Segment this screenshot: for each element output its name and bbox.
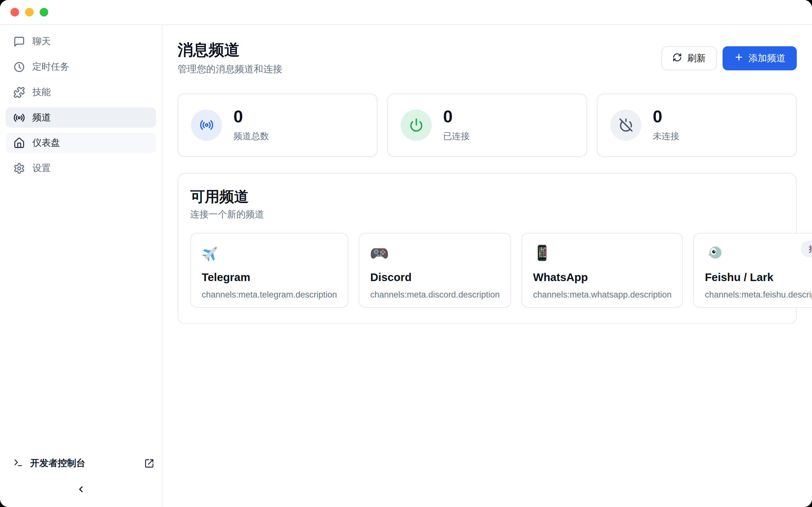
channel-card-telegram[interactable]: Telegramchannels:meta.telegram.descripti… [190, 233, 348, 308]
page-subtitle: 管理您的消息频道和连接 [177, 63, 282, 76]
page-header: 消息频道 管理您的消息频道和连接 刷新 添加频道 [177, 41, 797, 76]
channel-name: WhatsApp [533, 271, 671, 284]
power-icon [401, 110, 432, 141]
page-title: 消息频道 [177, 41, 282, 59]
sidebar-collapse-button[interactable] [0, 480, 162, 500]
channel-name: Feishu / Lark [705, 271, 812, 284]
stats-row: 0频道总数0已连接0未连接 [177, 94, 797, 157]
stat-card-total: 0频道总数 [177, 94, 377, 157]
available-channels-title: 可用频道 [190, 188, 784, 205]
stat-text: 0已连接 [443, 108, 470, 142]
broadcast-icon [191, 110, 222, 141]
home-icon [13, 137, 25, 149]
sidebar-nav: 聊天定时任务技能频道仪表盘设置 [0, 32, 162, 453]
puzzle-icon [13, 87, 25, 98]
stat-value: 0 [653, 108, 679, 125]
stat-value: 0 [234, 108, 269, 125]
add-channel-button-label: 添加频道 [749, 52, 785, 65]
sidebar-item-label: 仪表盘 [32, 136, 60, 149]
zoom-window-button[interactable] [40, 8, 48, 16]
titlebar [0, 0, 812, 25]
channel-description: channels:meta.whatsapp.description [533, 290, 671, 300]
gamepad-emoji [370, 244, 389, 262]
channel-card-feishu[interactable]: 插件Feishu / Larkchannels:meta.feishu.desc… [693, 233, 812, 308]
channel-description: channels:meta.discord.description [370, 290, 500, 300]
close-window-button[interactable] [10, 8, 19, 16]
available-channels-panel: 可用频道 连接一个新的频道 Telegramchannels:meta.tele… [177, 173, 797, 324]
sidebar-item-channels[interactable]: 频道 [6, 107, 156, 128]
page-header-text: 消息频道 管理您的消息频道和连接 [177, 41, 282, 76]
sidebar-item-label: 定时任务 [32, 60, 69, 73]
sidebar-item-label: 频道 [32, 111, 51, 124]
plugin-badge: 插件 [801, 240, 812, 257]
chat-icon [13, 36, 25, 48]
stat-text: 0频道总数 [234, 108, 269, 142]
main-content: 消息频道 管理您的消息频道和连接 刷新 添加频道 0频道总数0已连接0未连接 [162, 25, 812, 507]
broadcast-icon [13, 112, 25, 124]
sidebar-item-dashboard[interactable]: 仪表盘 [6, 133, 156, 153]
header-actions: 刷新 添加频道 [661, 46, 797, 70]
app-body: 聊天定时任务技能频道仪表盘设置 开发者控制台 消息频道 管理您的消息频道和连接 [0, 25, 812, 507]
phone-emoji [533, 244, 551, 262]
sidebar-item-label: 技能 [32, 86, 51, 99]
refresh-button-label: 刷新 [687, 52, 706, 65]
power-off-icon [610, 110, 641, 141]
channel-description: channels:meta.telegram.description [202, 290, 337, 300]
stat-card-disconnected: 0未连接 [597, 94, 797, 157]
channel-grid: Telegramchannels:meta.telegram.descripti… [190, 233, 784, 308]
channel-description: channels:meta.feishu.description [705, 290, 812, 300]
terminal-icon [13, 458, 23, 469]
channel-card-whatsapp[interactable]: WhatsAppchannels:meta.whatsapp.descripti… [521, 233, 683, 308]
stat-value: 0 [443, 108, 470, 125]
sidebar-item-tasks[interactable]: 定时任务 [6, 57, 156, 77]
airplane-emoji [202, 244, 220, 262]
sidebar: 聊天定时任务技能频道仪表盘设置 开发者控制台 [0, 25, 162, 507]
stat-card-connected: 0已连接 [387, 94, 587, 157]
sidebar-item-label: 设置 [32, 162, 51, 175]
app-window: 聊天定时任务技能频道仪表盘设置 开发者控制台 消息频道 管理您的消息频道和连接 [0, 0, 812, 507]
developer-console-label: 开发者控制台 [30, 457, 85, 469]
gear-icon [13, 163, 25, 174]
external-link-icon [144, 458, 154, 468]
refresh-icon [672, 53, 682, 64]
clock-icon [13, 61, 25, 73]
sidebar-item-label: 聊天 [32, 35, 51, 48]
refresh-button[interactable]: 刷新 [661, 46, 717, 70]
plus-icon [734, 52, 744, 64]
add-channel-button[interactable]: 添加频道 [722, 46, 797, 70]
sidebar-item-chat[interactable]: 聊天 [6, 32, 156, 52]
minimize-window-button[interactable] [25, 8, 34, 16]
sidebar-item-skills[interactable]: 技能 [6, 82, 156, 102]
chevron-left-icon [76, 485, 86, 495]
stat-label: 已连接 [443, 130, 470, 142]
sidebar-item-settings[interactable]: 设置 [6, 158, 156, 178]
stat-label: 频道总数 [234, 130, 269, 142]
stat-text: 0未连接 [653, 108, 679, 142]
developer-console-link[interactable]: 开发者控制台 [13, 453, 154, 473]
channel-card-discord[interactable]: Discordchannels:meta.discord.description [359, 233, 511, 308]
bird-emoji [705, 244, 723, 262]
channel-name: Telegram [202, 271, 337, 284]
available-channels-subtitle: 连接一个新的频道 [190, 208, 784, 221]
stat-label: 未连接 [653, 130, 679, 142]
channel-name: Discord [370, 271, 500, 284]
